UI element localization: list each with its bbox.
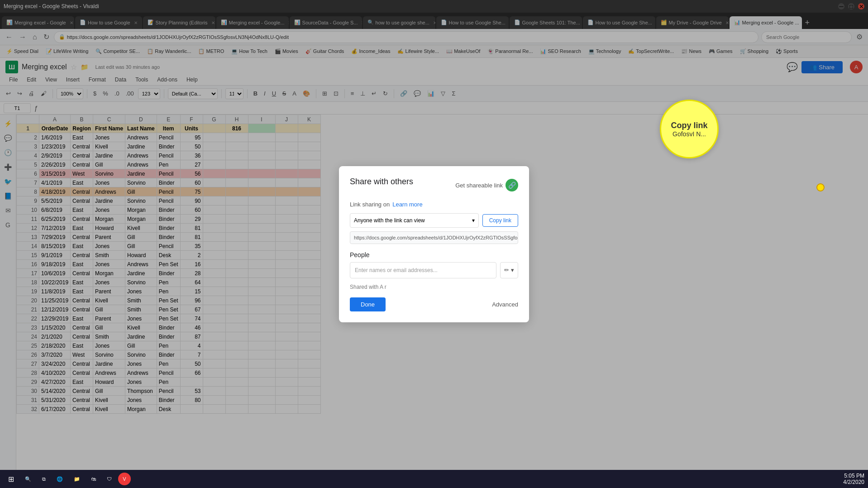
store-button[interactable]: 🛍 <box>86 474 100 483</box>
windows-security-button[interactable]: 🛡 <box>102 474 116 483</box>
link-sharing-row: Link sharing on Learn more <box>350 201 518 208</box>
permission-chevron-icon: ▾ <box>511 267 514 273</box>
windows-taskbar: ⊞ 🔍 ⧉ 🌐 📁 🛍 🛡 V 5:05 PM 4/2/2020 <box>0 470 868 488</box>
link-url-text: https://docs.google.com/spreadsheets/d/1… <box>354 235 518 240</box>
vivaldi-button[interactable]: V <box>118 473 131 485</box>
permission-button[interactable]: ✏ ▾ <box>500 262 518 278</box>
system-clock: 5:05 PM 4/2/2020 <box>843 473 864 485</box>
get-shareable-label: Get shareable link <box>455 182 503 189</box>
explorer-button[interactable]: 📁 <box>69 474 85 484</box>
edge-button[interactable]: 🌐 <box>52 474 67 484</box>
get-shareable-row: Get shareable link 🔗 <box>455 179 518 191</box>
shared-with-text: Shared with A r <box>350 284 518 290</box>
done-button[interactable]: Done <box>350 297 386 311</box>
advanced-button[interactable]: Advanced <box>492 301 518 308</box>
people-input-row: ✏ ▾ <box>350 262 518 278</box>
annotation-text-line2: GofosvI N... <box>672 130 706 138</box>
share-dialog: Share with others Get shareable link 🔗 L… <box>339 166 529 322</box>
task-view-button[interactable]: ⧉ <box>38 474 50 484</box>
link-permission-dropdown[interactable]: Anyone with the link can view ▾ <box>350 213 479 228</box>
copy-link-row: Anyone with the link can view ▾ Copy lin… <box>350 213 518 228</box>
annotation-callout: Copy link GofosvI N... <box>660 100 719 158</box>
people-input[interactable] <box>350 262 496 278</box>
learn-more-link[interactable]: Learn more <box>392 201 422 208</box>
dialog-footer: Done Advanced <box>350 297 518 311</box>
edit-icon: ✏ <box>504 267 509 273</box>
clock-time: 5:05 PM <box>843 473 864 479</box>
search-taskbar-button[interactable]: 🔍 <box>20 474 36 484</box>
copy-link-indicator-dot <box>816 183 825 191</box>
link-permission-text: Anyone with the link can view <box>354 217 425 224</box>
people-label: People <box>350 251 518 258</box>
chevron-down-icon: ▾ <box>472 217 475 224</box>
copy-link-button-label: Copy link <box>489 217 511 224</box>
link-url-display: https://docs.google.com/spreadsheets/d/1… <box>350 231 518 244</box>
clock-date: 4/2/2020 <box>843 479 864 485</box>
annotation-text-line1: Copy link <box>671 121 707 130</box>
link-sharing-label: Link sharing on <box>350 201 390 208</box>
copy-link-button[interactable]: Copy link <box>482 214 518 227</box>
start-button[interactable]: ⊞ <box>4 473 19 485</box>
chain-link-icon[interactable]: 🔗 <box>506 179 518 191</box>
dialog-title: Share with others <box>350 177 413 187</box>
dialog-overlay[interactable]: Share with others Get shareable link 🔗 L… <box>0 0 868 488</box>
